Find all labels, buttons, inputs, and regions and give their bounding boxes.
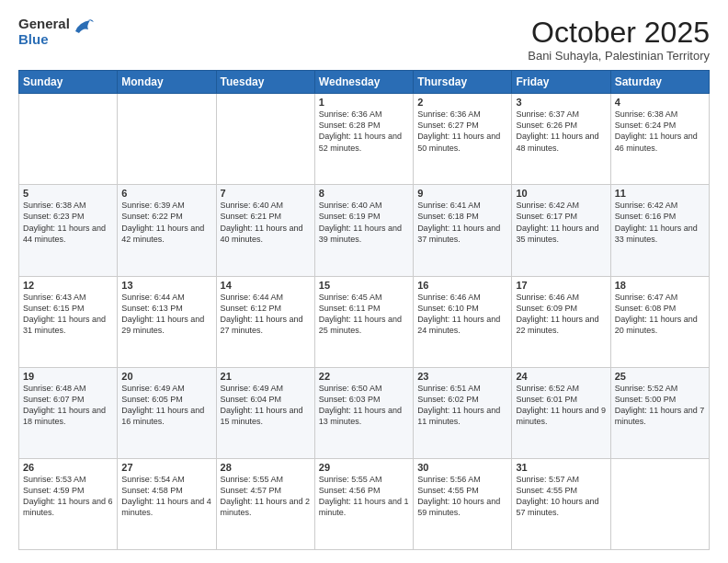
- day-number: 22: [319, 371, 409, 382]
- calendar-cell: 8Sunrise: 6:40 AM Sunset: 6:19 PM Daylig…: [314, 185, 413, 276]
- day-number: 15: [319, 280, 409, 291]
- day-number: 21: [221, 371, 311, 382]
- calendar-cell: 13Sunrise: 6:44 AM Sunset: 6:13 PM Dayli…: [118, 276, 216, 367]
- day-info: Sunrise: 6:52 AM Sunset: 6:01 PM Dayligh…: [516, 383, 606, 428]
- logo-blue: Blue: [18, 32, 70, 48]
- main-title: October 2025: [528, 17, 710, 49]
- day-info: Sunrise: 5:56 AM Sunset: 4:55 PM Dayligh…: [417, 474, 507, 519]
- day-number: 30: [417, 462, 507, 473]
- day-number: 10: [516, 188, 606, 199]
- day-info: Sunrise: 6:49 AM Sunset: 6:04 PM Dayligh…: [221, 383, 311, 428]
- day-info: Sunrise: 6:42 AM Sunset: 6:17 PM Dayligh…: [516, 200, 606, 245]
- day-info: Sunrise: 6:45 AM Sunset: 6:11 PM Dayligh…: [319, 292, 409, 337]
- logo: General Blue: [18, 17, 96, 47]
- calendar-cell: [118, 94, 216, 185]
- day-number: 3: [516, 97, 606, 108]
- day-info: Sunrise: 5:52 AM Sunset: 5:00 PM Dayligh…: [615, 383, 705, 428]
- logo-general: General: [18, 17, 70, 32]
- day-info: Sunrise: 6:42 AM Sunset: 6:16 PM Dayligh…: [615, 200, 705, 245]
- day-number: 13: [121, 280, 211, 291]
- calendar-cell: 29Sunrise: 5:55 AM Sunset: 4:56 PM Dayli…: [314, 458, 413, 549]
- day-of-week-header: Monday: [118, 71, 216, 94]
- calendar-cell: 19Sunrise: 6:48 AM Sunset: 6:07 PM Dayli…: [19, 367, 118, 458]
- day-info: Sunrise: 6:41 AM Sunset: 6:18 PM Dayligh…: [417, 200, 507, 245]
- calendar-cell: 21Sunrise: 6:49 AM Sunset: 6:04 PM Dayli…: [216, 367, 314, 458]
- day-number: 20: [121, 371, 211, 382]
- day-info: Sunrise: 6:38 AM Sunset: 6:24 PM Dayligh…: [615, 109, 705, 154]
- day-info: Sunrise: 6:44 AM Sunset: 6:12 PM Dayligh…: [221, 292, 311, 337]
- day-info: Sunrise: 6:38 AM Sunset: 6:23 PM Dayligh…: [23, 200, 113, 245]
- calendar-cell: 25Sunrise: 5:52 AM Sunset: 5:00 PM Dayli…: [610, 367, 709, 458]
- calendar-cell: 15Sunrise: 6:45 AM Sunset: 6:11 PM Dayli…: [314, 276, 413, 367]
- calendar-cell: 23Sunrise: 6:51 AM Sunset: 6:02 PM Dayli…: [414, 367, 512, 458]
- calendar-week-row: 19Sunrise: 6:48 AM Sunset: 6:07 PM Dayli…: [19, 367, 710, 458]
- day-of-week-header: Sunday: [19, 71, 118, 94]
- calendar-cell: 28Sunrise: 5:55 AM Sunset: 4:57 PM Dayli…: [216, 458, 314, 549]
- calendar-cell: 5Sunrise: 6:38 AM Sunset: 6:23 PM Daylig…: [19, 185, 118, 276]
- day-number: 28: [221, 462, 311, 473]
- day-info: Sunrise: 6:46 AM Sunset: 6:10 PM Dayligh…: [417, 292, 507, 337]
- calendar-header-row: SundayMondayTuesdayWednesdayThursdayFrid…: [19, 71, 710, 94]
- day-number: 26: [23, 462, 113, 473]
- calendar-week-row: 12Sunrise: 6:43 AM Sunset: 6:15 PM Dayli…: [19, 276, 710, 367]
- day-of-week-header: Friday: [512, 71, 610, 94]
- day-number: 29: [319, 462, 409, 473]
- day-number: 5: [23, 188, 113, 199]
- day-info: Sunrise: 6:46 AM Sunset: 6:09 PM Dayligh…: [516, 292, 606, 337]
- day-info: Sunrise: 5:55 AM Sunset: 4:56 PM Dayligh…: [319, 474, 409, 519]
- day-number: 27: [121, 462, 211, 473]
- calendar-cell: 27Sunrise: 5:54 AM Sunset: 4:58 PM Dayli…: [118, 458, 216, 549]
- calendar-cell: 12Sunrise: 6:43 AM Sunset: 6:15 PM Dayli…: [19, 276, 118, 367]
- calendar-cell: 30Sunrise: 5:56 AM Sunset: 4:55 PM Dayli…: [414, 458, 512, 549]
- day-info: Sunrise: 6:51 AM Sunset: 6:02 PM Dayligh…: [417, 383, 507, 428]
- calendar-cell: 2Sunrise: 6:36 AM Sunset: 6:27 PM Daylig…: [414, 94, 512, 185]
- day-info: Sunrise: 5:54 AM Sunset: 4:58 PM Dayligh…: [121, 474, 211, 519]
- day-number: 6: [121, 188, 211, 199]
- day-number: 19: [23, 371, 113, 382]
- calendar-cell: 14Sunrise: 6:44 AM Sunset: 6:12 PM Dayli…: [216, 276, 314, 367]
- calendar-cell: 18Sunrise: 6:47 AM Sunset: 6:08 PM Dayli…: [610, 276, 709, 367]
- day-info: Sunrise: 6:40 AM Sunset: 6:19 PM Dayligh…: [319, 200, 409, 245]
- calendar-cell: 9Sunrise: 6:41 AM Sunset: 6:18 PM Daylig…: [414, 185, 512, 276]
- calendar-cell: [19, 94, 118, 185]
- calendar-cell: 22Sunrise: 6:50 AM Sunset: 6:03 PM Dayli…: [314, 367, 413, 458]
- day-info: Sunrise: 6:50 AM Sunset: 6:03 PM Dayligh…: [319, 383, 409, 428]
- calendar-week-row: 1Sunrise: 6:36 AM Sunset: 6:28 PM Daylig…: [19, 94, 710, 185]
- calendar-cell: 6Sunrise: 6:39 AM Sunset: 6:22 PM Daylig…: [118, 185, 216, 276]
- header: General Blue October 2025 Bani Suhayla, …: [18, 17, 710, 63]
- day-number: 23: [417, 371, 507, 382]
- logo-bird-icon: [72, 15, 96, 45]
- calendar-cell: 4Sunrise: 6:38 AM Sunset: 6:24 PM Daylig…: [610, 94, 709, 185]
- day-number: 4: [615, 97, 705, 108]
- day-number: 12: [23, 280, 113, 291]
- day-info: Sunrise: 6:39 AM Sunset: 6:22 PM Dayligh…: [121, 200, 211, 245]
- calendar-week-row: 26Sunrise: 5:53 AM Sunset: 4:59 PM Dayli…: [19, 458, 710, 549]
- calendar-cell: 16Sunrise: 6:46 AM Sunset: 6:10 PM Dayli…: [414, 276, 512, 367]
- day-number: 14: [221, 280, 311, 291]
- logo-text: General Blue: [18, 17, 70, 47]
- calendar-cell: 26Sunrise: 5:53 AM Sunset: 4:59 PM Dayli…: [19, 458, 118, 549]
- subtitle: Bani Suhayla, Palestinian Territory: [528, 49, 710, 63]
- day-of-week-header: Thursday: [414, 71, 512, 94]
- day-number: 8: [319, 188, 409, 199]
- calendar-cell: [610, 458, 709, 549]
- calendar-cell: 24Sunrise: 6:52 AM Sunset: 6:01 PM Dayli…: [512, 367, 610, 458]
- day-number: 17: [516, 280, 606, 291]
- calendar-cell: 1Sunrise: 6:36 AM Sunset: 6:28 PM Daylig…: [314, 94, 413, 185]
- calendar-cell: [216, 94, 314, 185]
- day-of-week-header: Tuesday: [216, 71, 314, 94]
- day-info: Sunrise: 6:43 AM Sunset: 6:15 PM Dayligh…: [23, 292, 113, 337]
- calendar-cell: 31Sunrise: 5:57 AM Sunset: 4:55 PM Dayli…: [512, 458, 610, 549]
- day-of-week-header: Saturday: [610, 71, 709, 94]
- day-info: Sunrise: 6:44 AM Sunset: 6:13 PM Dayligh…: [121, 292, 211, 337]
- day-number: 16: [417, 280, 507, 291]
- day-number: 25: [615, 371, 705, 382]
- title-block: October 2025 Bani Suhayla, Palestinian T…: [528, 17, 710, 63]
- day-info: Sunrise: 6:36 AM Sunset: 6:27 PM Dayligh…: [417, 109, 507, 154]
- day-info: Sunrise: 6:36 AM Sunset: 6:28 PM Dayligh…: [319, 109, 409, 154]
- day-number: 2: [417, 97, 507, 108]
- day-number: 31: [516, 462, 606, 473]
- calendar-cell: 7Sunrise: 6:40 AM Sunset: 6:21 PM Daylig…: [216, 185, 314, 276]
- calendar-cell: 20Sunrise: 6:49 AM Sunset: 6:05 PM Dayli…: [118, 367, 216, 458]
- day-info: Sunrise: 5:55 AM Sunset: 4:57 PM Dayligh…: [221, 474, 311, 519]
